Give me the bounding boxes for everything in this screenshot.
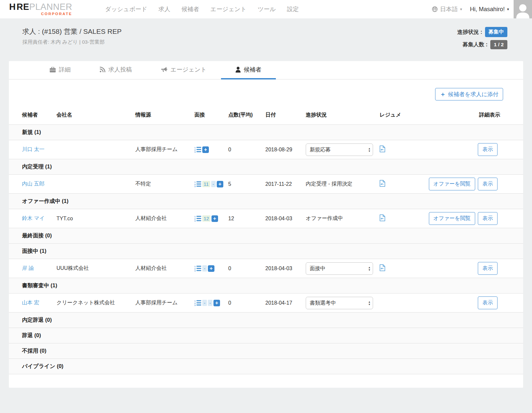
show-button[interactable]: 表示 (478, 296, 498, 309)
tab-details[interactable]: 詳細 (35, 61, 85, 79)
svg-text:3: 3 (194, 151, 196, 153)
candidate-link[interactable]: 岸 諭 (22, 265, 34, 271)
nav-item-settings[interactable]: 設定 (287, 5, 299, 13)
show-button[interactable]: 表示 (478, 178, 498, 190)
stage-group-label: オファー作成中 (1) (9, 194, 523, 209)
add-interview-button[interactable]: + (208, 265, 214, 272)
row-actions: オファーを閲覧表示 (416, 178, 521, 190)
stage-group-label: 書類審査中 (1) (9, 278, 523, 293)
nav-links: ダッシュボード 求人 候補者 エージェント ツール 設定 (105, 5, 299, 13)
tab-agents[interactable]: エージェント (146, 61, 221, 79)
caret-down-icon: ▾ (460, 7, 462, 11)
company-cell: TYT.co (56, 209, 135, 228)
user-menu[interactable]: Hi, Masahiro! ▾ (470, 6, 509, 13)
date-cell: 2018-08-29 (265, 140, 306, 159)
greeting-label: Hi, Masahiro! (470, 6, 505, 13)
avatar[interactable] (514, 0, 532, 18)
interview-score-chip: - (202, 265, 207, 272)
show-button[interactable]: 表示 (478, 212, 498, 225)
nav-item-jobs[interactable]: 求人 (159, 5, 170, 13)
candidates-table: 候補者 会社名 情報源 面接 点数(平均) 日付 進捗状況 レジュメ 詳細表示 … (9, 108, 523, 374)
page-header: 求人 : (#158) 営業 / SALES REP 採用責任者: 木内 みどり… (0, 18, 532, 52)
status-select[interactable]: 新規応募 (306, 143, 373, 156)
interview-list-icon: 123 (194, 215, 201, 222)
tab-job-posting[interactable]: 求人投稿 (85, 61, 146, 79)
pdf-file-icon (380, 264, 385, 271)
candidate-link[interactable]: 川口 太一 (22, 146, 44, 152)
person-icon (516, 3, 530, 18)
language-selector[interactable]: 日本語 ▾ (432, 5, 462, 13)
interview-score-chip: - (208, 300, 212, 306)
date-cell: 2018-04-03 (265, 259, 306, 278)
interview-cell: 123-+ (194, 259, 228, 278)
candidates-tbody: 新規 (1)川口 太一人事部採用チーム123+02018-08-29新規応募▴▾… (9, 125, 523, 374)
view-offer-button[interactable]: オファーを閲覧 (429, 212, 476, 225)
col-resume: レジュメ (380, 108, 416, 125)
source-cell: 人事部採用チーム (135, 140, 194, 159)
resume-pdf-link[interactable] (380, 180, 385, 187)
status-cell: オファー作成中 (306, 209, 380, 228)
actions-cell-td: 表示 (416, 293, 523, 313)
status-select-wrap: 新規応募▴▾ (306, 143, 373, 156)
candidate-link[interactable]: 鈴木 マイ (22, 215, 45, 221)
stage-group-row: 内定辞退 (0) (9, 313, 523, 328)
col-company: 会社名 (56, 108, 135, 125)
row-actions: オファーを閲覧表示 (416, 212, 521, 225)
status-select[interactable]: 面接中 (306, 262, 373, 275)
add-interview-button[interactable]: + (202, 146, 209, 153)
add-interview-button[interactable]: + (217, 181, 223, 187)
nav-item-candidates[interactable]: 候補者 (182, 5, 199, 13)
resume-cell (380, 209, 416, 228)
status-label: 進捗状況 : (457, 29, 482, 36)
brand-subtitle: CORPORATE (9, 12, 72, 16)
candidate-link[interactable]: 山本 宏 (22, 300, 39, 305)
pdf-file-icon (380, 180, 385, 187)
candidate-link[interactable]: 内山 五郎 (22, 181, 44, 186)
resume-pdf-link[interactable] (380, 145, 385, 152)
resume-pdf-link[interactable] (380, 264, 385, 271)
nav-item-agents[interactable]: エージェント (211, 5, 247, 13)
show-button[interactable]: 表示 (478, 262, 498, 275)
nav-right: 日本語 ▾ Hi, Masahiro! ▾ (432, 0, 532, 18)
briefcase-icon (50, 67, 56, 73)
score-cell: 0 (228, 140, 265, 159)
stage-group-label: 新規 (1) (9, 125, 523, 140)
status-select[interactable]: 書類選考中 (306, 297, 373, 309)
interview-cell: 123--+ (194, 293, 228, 313)
interview-score-chip: 12 (202, 215, 211, 222)
svg-text:3: 3 (194, 304, 196, 306)
tab-label: 詳細 (59, 66, 71, 74)
tab-label: エージェント (170, 66, 207, 74)
show-button[interactable]: 表示 (478, 143, 498, 156)
stage-group-row: 新規 (1) (9, 125, 523, 140)
stage-group-row: 辞退 (0) (9, 328, 523, 343)
interview-widgets: 123--+ (194, 300, 226, 306)
interview-cell: 123+ (194, 140, 228, 159)
rss-icon (100, 67, 105, 73)
resume-pdf-link[interactable] (380, 214, 385, 221)
view-offer-button[interactable]: オファーを閲覧 (429, 178, 476, 190)
brand-text-light: PLANNER (29, 3, 72, 11)
pdf-file-icon (380, 145, 385, 152)
nav-item-dashboard[interactable]: ダッシュボード (105, 5, 147, 13)
date-cell: 2017-11-22 (265, 175, 306, 194)
candidate-cell: 山本 宏 (9, 293, 56, 313)
job-detail-card: 詳細 求人投稿 エージェント 候補者 (9, 61, 523, 388)
row-actions: 表示 (416, 296, 521, 309)
tab-candidates[interactable]: 候補者 (221, 61, 276, 79)
add-interview-button[interactable]: + (213, 300, 220, 306)
interview-list-icon: 123 (194, 181, 201, 187)
resume-cell (380, 293, 416, 313)
company-cell: UUU株式会社 (56, 259, 135, 278)
attach-candidate-button[interactable]: ＋ 候補者を求人に添付 (435, 88, 503, 100)
tab-label: 候補者 (244, 66, 261, 74)
brand-logo[interactable]: H RE PLANNER CORPORATE (9, 3, 72, 16)
interview-widgets: 123-+ (194, 265, 226, 272)
stage-group-row: 内定受理 (1) (9, 159, 523, 175)
stage-group-label: 辞退 (0) (9, 328, 523, 343)
add-interview-button[interactable]: + (211, 215, 218, 222)
row-actions: 表示 (416, 143, 521, 156)
nav-item-tools[interactable]: ツール (258, 5, 276, 13)
page-title: 求人 : (#158) 営業 / SALES REP (22, 27, 122, 36)
stage-group-row: オファー作成中 (1) (9, 194, 523, 209)
